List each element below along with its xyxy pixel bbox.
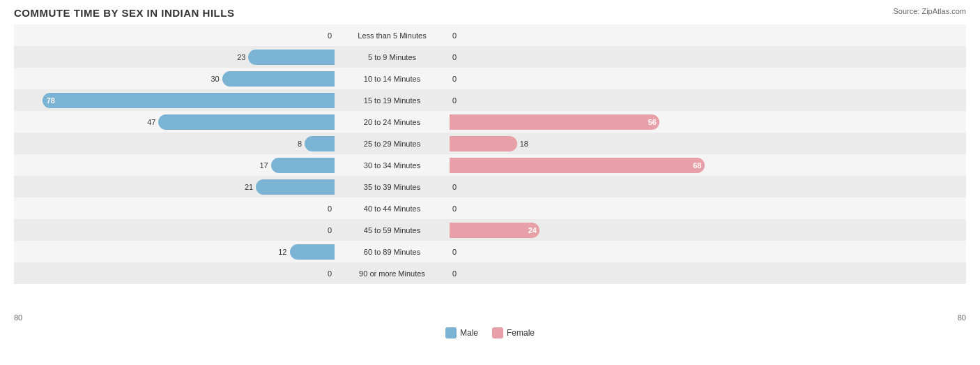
legend-female: Female xyxy=(492,327,535,338)
male-bar-container: 0 xyxy=(14,28,335,43)
legend-male-label: Male xyxy=(460,328,478,338)
axis-labels: 80 80 xyxy=(14,313,966,322)
female-bar: 24 xyxy=(450,223,539,238)
male-bar: 47 xyxy=(158,114,335,130)
female-value: 0 xyxy=(452,31,457,40)
female-bar-container: 0 xyxy=(450,201,770,216)
female-value: 0 xyxy=(452,269,457,278)
female-value: 24 xyxy=(528,226,537,234)
row-label: Less than 5 Minutes xyxy=(335,31,450,40)
male-value: 17 xyxy=(259,161,268,170)
female-bar: 68 xyxy=(450,158,705,173)
female-bar-container: 56 xyxy=(450,114,770,130)
male-bar-container: 8 xyxy=(14,136,335,151)
male-value: 21 xyxy=(245,183,253,191)
row-label: 40 to 44 Minutes xyxy=(335,204,450,213)
source-label: Source: ZipAtlas.com xyxy=(893,7,966,15)
female-value: 0 xyxy=(452,183,457,191)
male-value: 12 xyxy=(278,248,286,256)
chart-row: 090 or more Minutes0 xyxy=(14,262,966,284)
male-bar: 17 xyxy=(271,158,335,173)
chart-row: 1260 to 89 Minutes0 xyxy=(14,241,966,262)
row-label: 20 to 24 Minutes xyxy=(335,118,450,126)
female-bar: 18 xyxy=(450,136,517,151)
axis-right: 80 xyxy=(958,313,966,322)
male-bar-container: 23 xyxy=(14,50,335,65)
male-value: 23 xyxy=(237,53,245,61)
male-bar-container: 30 xyxy=(14,71,335,87)
row-label: 30 to 34 Minutes xyxy=(335,161,450,170)
male-value: 0 xyxy=(328,269,332,278)
female-value: 0 xyxy=(452,248,457,256)
chart-row: 045 to 59 Minutes24 xyxy=(14,219,966,241)
chart-row: 235 to 9 Minutes0 xyxy=(14,46,966,68)
chart-row: 2135 to 39 Minutes0 xyxy=(14,176,966,198)
chart-row: 825 to 29 Minutes18 xyxy=(14,133,966,154)
female-bar-container: 0 xyxy=(450,71,770,87)
chart-row: 0Less than 5 Minutes0 xyxy=(14,24,966,46)
legend-male: Male xyxy=(445,327,478,338)
female-bar-container: 0 xyxy=(450,244,770,260)
legend-male-box xyxy=(445,327,457,338)
female-value: 0 xyxy=(452,53,457,61)
row-label: 35 to 39 Minutes xyxy=(335,183,450,191)
female-bar-container: 0 xyxy=(450,179,770,195)
legend-female-box xyxy=(492,327,503,338)
female-bar-container: 18 xyxy=(450,136,770,151)
male-bar-container: 21 xyxy=(14,179,335,195)
axis-left: 80 xyxy=(14,313,22,322)
female-value: 0 xyxy=(452,75,457,83)
female-value: 68 xyxy=(693,161,701,170)
male-bar-container: 12 xyxy=(14,244,335,260)
female-bar-container: 0 xyxy=(450,28,770,43)
female-value: 0 xyxy=(452,96,457,105)
chart-title: COMMUTE TIME BY SEX IN INDIAN HILLS xyxy=(14,7,966,19)
male-value: 0 xyxy=(328,31,332,40)
male-bar: 30 xyxy=(222,71,335,87)
male-bar-container: 0 xyxy=(14,201,335,216)
chart-area: 0Less than 5 Minutes0235 to 9 Minutes030… xyxy=(14,24,966,311)
female-bar-container: 0 xyxy=(450,266,770,281)
row-label: 25 to 29 Minutes xyxy=(335,140,450,148)
male-value: 47 xyxy=(147,118,155,126)
male-value: 30 xyxy=(211,75,220,83)
male-bar-container: 17 xyxy=(14,158,335,173)
row-label: 45 to 59 Minutes xyxy=(335,226,450,234)
chart-row: 1730 to 34 Minutes68 xyxy=(14,154,966,176)
male-bar: 8 xyxy=(305,136,335,151)
male-value: 8 xyxy=(298,140,302,148)
legend-female-label: Female xyxy=(507,328,535,338)
chart-row: 7815 to 19 Minutes0 xyxy=(14,89,966,111)
female-value: 56 xyxy=(648,118,657,126)
male-bar: 21 xyxy=(256,179,335,195)
chart-row: 3010 to 14 Minutes0 xyxy=(14,68,966,89)
male-bar-container: 47 xyxy=(14,114,335,130)
legend: Male Female xyxy=(14,327,966,338)
female-bar-container: 0 xyxy=(450,93,770,108)
male-bar-container: 0 xyxy=(14,266,335,281)
row-label: 60 to 89 Minutes xyxy=(335,248,450,256)
male-bar: 23 xyxy=(248,50,335,65)
female-bar: 56 xyxy=(450,114,659,130)
male-value: 0 xyxy=(328,226,332,234)
male-bar: 12 xyxy=(290,244,335,260)
row-label: 90 or more Minutes xyxy=(335,269,450,278)
male-bar: 78 xyxy=(43,93,335,108)
female-bar-container: 24 xyxy=(450,223,770,238)
female-value: 0 xyxy=(452,204,457,213)
male-bar-container: 78 xyxy=(14,93,335,108)
male-bar-container: 0 xyxy=(14,223,335,238)
female-value: 18 xyxy=(520,140,528,148)
row-label: 10 to 14 Minutes xyxy=(335,75,450,83)
chart-row: 4720 to 24 Minutes56 xyxy=(14,111,966,133)
male-value: 0 xyxy=(328,204,332,213)
row-label: 15 to 19 Minutes xyxy=(335,96,450,105)
chart-row: 040 to 44 Minutes0 xyxy=(14,198,966,219)
female-bar-container: 68 xyxy=(450,158,770,173)
female-bar-container: 0 xyxy=(450,50,770,65)
male-value: 78 xyxy=(47,96,55,105)
row-label: 5 to 9 Minutes xyxy=(335,53,450,61)
chart-container: COMMUTE TIME BY SEX IN INDIAN HILLS Sour… xyxy=(0,0,980,365)
